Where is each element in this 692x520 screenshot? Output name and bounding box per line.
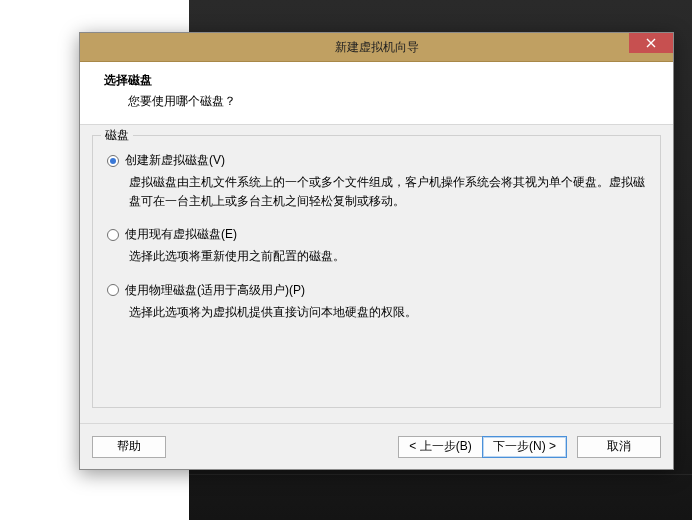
label-create-new-disk[interactable]: 创建新虚拟磁盘(V)	[125, 152, 225, 169]
option-create-new-disk: 创建新虚拟磁盘(V) 虚拟磁盘由主机文件系统上的一个或多个文件组成，客户机操作系…	[107, 152, 646, 210]
option-use-existing-disk: 使用现有虚拟磁盘(E) 选择此选项将重新使用之前配置的磁盘。	[107, 226, 646, 266]
label-use-existing-disk[interactable]: 使用现有虚拟磁盘(E)	[125, 226, 237, 243]
new-vm-wizard-dialog: 新建虚拟机向导 选择磁盘 您要使用哪个磁盘？ 磁盘 创建新虚拟磁盘(V) 虚拟磁…	[79, 32, 674, 470]
page-subtitle: 您要使用哪个磁盘？	[128, 93, 655, 110]
button-row: 帮助 < 上一步(B) 下一步(N) > 取消	[80, 423, 673, 469]
title-bar: 新建虚拟机向导	[80, 33, 673, 62]
radio-create-new-disk[interactable]	[107, 155, 119, 167]
option-use-physical-disk: 使用物理磁盘(适用于高级用户)(P) 选择此选项将为虚拟机提供直接访问本地硬盘的…	[107, 282, 646, 322]
radio-use-physical-disk[interactable]	[107, 284, 119, 296]
radio-use-existing-disk[interactable]	[107, 229, 119, 241]
disk-group: 磁盘 创建新虚拟磁盘(V) 虚拟磁盘由主机文件系统上的一个或多个文件组成，客户机…	[92, 135, 661, 408]
group-label: 磁盘	[101, 127, 133, 144]
desc-use-existing-disk: 选择此选项将重新使用之前配置的磁盘。	[129, 247, 646, 266]
cancel-button[interactable]: 取消	[577, 436, 661, 458]
desc-use-physical-disk: 选择此选项将为虚拟机提供直接访问本地硬盘的权限。	[129, 303, 646, 322]
desc-create-new-disk: 虚拟磁盘由主机文件系统上的一个或多个文件组成，客户机操作系统会将其视为单个硬盘。…	[129, 173, 646, 210]
page-title: 选择磁盘	[104, 72, 655, 89]
label-use-physical-disk[interactable]: 使用物理磁盘(适用于高级用户)(P)	[125, 282, 305, 299]
close-button[interactable]	[629, 33, 673, 53]
wizard-header: 选择磁盘 您要使用哪个磁盘？	[80, 62, 673, 125]
help-button[interactable]: 帮助	[92, 436, 166, 458]
back-button[interactable]: < 上一步(B)	[398, 436, 482, 458]
next-button[interactable]: 下一步(N) >	[482, 436, 567, 458]
window-title: 新建虚拟机向导	[335, 39, 419, 56]
close-icon	[646, 38, 656, 48]
